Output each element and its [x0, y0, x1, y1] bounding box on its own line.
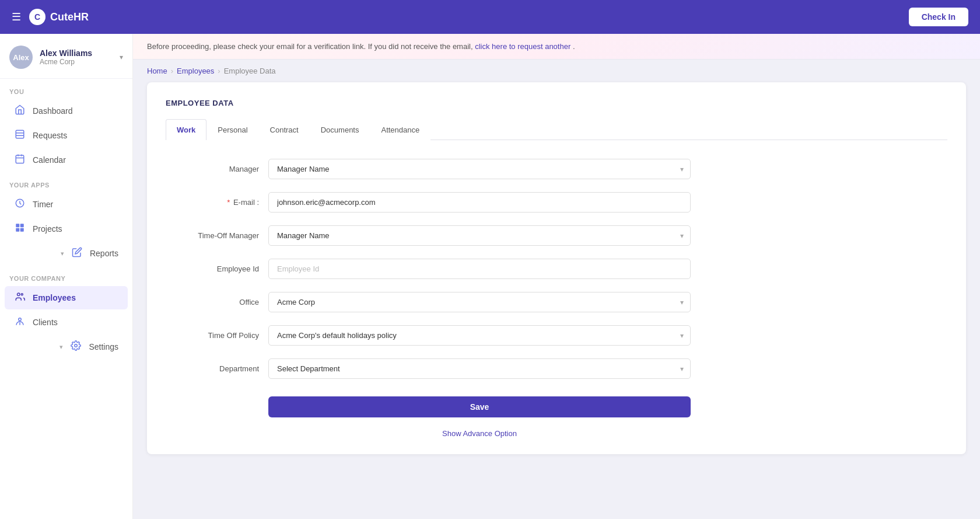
save-button[interactable]: Save	[268, 396, 691, 417]
sidebar-label-timer: Timer	[33, 200, 53, 209]
projects-icon	[14, 222, 26, 235]
svg-rect-0	[16, 130, 24, 138]
logo-icon: C	[29, 9, 46, 25]
time-off-manager-label: Time-Off Manager	[166, 231, 259, 240]
sidebar-item-settings[interactable]: ▾ Settings	[5, 335, 128, 358]
department-row: Department Select Department ▾	[166, 358, 691, 379]
time-off-policy-select[interactable]: Acme Corp's default holidays policy	[268, 325, 691, 346]
you-section-label: You	[0, 79, 132, 99]
tab-documents[interactable]: Documents	[310, 119, 370, 140]
email-field[interactable]	[268, 192, 691, 213]
sidebar-item-timer[interactable]: Timer	[5, 193, 128, 216]
breadcrumb-sep-2: ›	[218, 67, 220, 75]
tab-personal[interactable]: Personal	[206, 119, 258, 140]
breadcrumb: Home › Employees › Employee Data	[133, 60, 980, 82]
svg-point-14	[19, 318, 22, 321]
employee-id-label: Employee Id	[166, 264, 259, 273]
time-off-policy-row: Time Off Policy Acme Corp's default holi…	[166, 325, 691, 346]
breadcrumb-current: Employee Data	[224, 67, 276, 75]
department-select[interactable]: Select Department	[268, 358, 691, 379]
requests-icon	[14, 129, 26, 142]
chevron-down-icon: ▾	[120, 53, 123, 61]
sidebar-item-clients[interactable]: Clients	[5, 311, 128, 334]
sidebar-label-reports: Reports	[90, 249, 118, 258]
time-off-manager-row: Time-Off Manager Manager Name ▾	[166, 225, 691, 246]
timer-icon	[14, 198, 26, 211]
logo: C CuteHR	[29, 9, 89, 25]
sidebar-label-dashboard: Dashboard	[33, 106, 73, 116]
sidebar-label-calendar: Calendar	[33, 155, 66, 165]
employee-id-field[interactable]	[268, 259, 691, 279]
sidebar-item-requests[interactable]: Requests	[5, 124, 128, 147]
show-advanced-button[interactable]: Show Advance Option	[268, 429, 691, 438]
svg-point-12	[18, 293, 20, 296]
svg-point-13	[21, 294, 23, 295]
time-off-manager-select-wrapper: Manager Name ▾	[268, 225, 691, 246]
time-off-policy-select-wrapper: Acme Corp's default holidays policy ▾	[268, 325, 691, 346]
svg-rect-10	[16, 228, 19, 232]
tab-attendance[interactable]: Attendance	[370, 119, 430, 140]
sidebar-item-dashboard[interactable]: Dashboard	[5, 99, 128, 123]
employees-icon	[14, 291, 26, 304]
logo-text: CuteHR	[50, 11, 89, 23]
office-select[interactable]: Acme Corp	[268, 292, 691, 312]
email-row: * E-mail :	[166, 192, 691, 213]
time-off-policy-label: Time Off Policy	[166, 331, 259, 340]
sidebar-item-calendar[interactable]: Calendar	[5, 148, 128, 172]
calendar-icon	[14, 154, 26, 166]
tab-contract[interactable]: Contract	[259, 119, 310, 140]
sidebar-item-employees[interactable]: Employees	[5, 286, 128, 309]
sidebar-item-projects[interactable]: Projects	[5, 217, 128, 241]
breadcrumb-sep-1: ›	[171, 67, 173, 75]
manager-select[interactable]: Manager Name	[268, 159, 691, 179]
sidebar-label-projects: Projects	[33, 224, 62, 234]
reports-collapse-arrow: ▾	[61, 250, 64, 257]
office-row: Office Acme Corp ▾	[166, 292, 691, 312]
form-actions: Save Show Advance Option	[166, 396, 691, 438]
manager-row: Manager Manager Name ▾	[166, 159, 691, 179]
employee-id-row: Employee Id	[166, 259, 691, 279]
svg-rect-11	[20, 228, 24, 232]
sidebar-label-clients: Clients	[33, 318, 58, 327]
user-company: Acme Corp	[40, 58, 92, 66]
clients-icon	[14, 316, 26, 329]
email-label: * E-mail :	[166, 198, 259, 207]
breadcrumb-employees[interactable]: Employees	[177, 67, 214, 75]
sidebar-label-settings: Settings	[89, 342, 118, 351]
settings-icon	[70, 340, 82, 353]
sidebar-item-reports[interactable]: ▾ Reports	[5, 242, 128, 265]
reports-icon	[71, 247, 83, 260]
manager-label: Manager	[166, 165, 259, 173]
tab-work[interactable]: Work	[166, 119, 206, 140]
svg-rect-9	[20, 224, 24, 227]
dashboard-icon	[14, 105, 26, 117]
apps-section-label: Your Apps	[0, 172, 132, 192]
section-title: EMPLOYEE DATA	[166, 99, 947, 107]
time-off-manager-select[interactable]: Manager Name	[268, 225, 691, 246]
manager-select-wrapper: Manager Name ▾	[268, 159, 691, 179]
checkin-button[interactable]: Check In	[909, 8, 968, 26]
work-form: Manager Manager Name ▾ * E-mail :	[166, 159, 691, 438]
svg-rect-3	[16, 155, 24, 163]
user-profile-section[interactable]: Alex Alex Williams Acme Corp ▾	[0, 34, 132, 79]
hamburger-icon[interactable]: ☰	[12, 11, 21, 23]
settings-collapse-arrow: ▾	[60, 343, 63, 351]
svg-rect-8	[16, 224, 19, 227]
breadcrumb-home[interactable]: Home	[147, 67, 167, 75]
company-section-label: Your Company	[0, 266, 132, 285]
office-select-wrapper: Acme Corp ▾	[268, 292, 691, 312]
request-another-link[interactable]: click here to request another	[475, 42, 570, 51]
avatar: Alex	[9, 46, 33, 69]
employee-data-card: EMPLOYEE DATA Work Personal Contract Doc…	[147, 82, 966, 454]
svg-point-16	[75, 344, 78, 347]
verification-banner: Before proceeding, please check your ema…	[133, 34, 980, 60]
department-select-wrapper: Select Department ▾	[268, 358, 691, 379]
tab-bar: Work Personal Contract Documents Attenda…	[166, 119, 947, 140]
department-label: Department	[166, 364, 259, 373]
sidebar-label-employees: Employees	[33, 293, 76, 302]
office-label: Office	[166, 298, 259, 306]
sidebar-label-requests: Requests	[33, 131, 67, 140]
user-name: Alex Williams	[40, 48, 92, 58]
